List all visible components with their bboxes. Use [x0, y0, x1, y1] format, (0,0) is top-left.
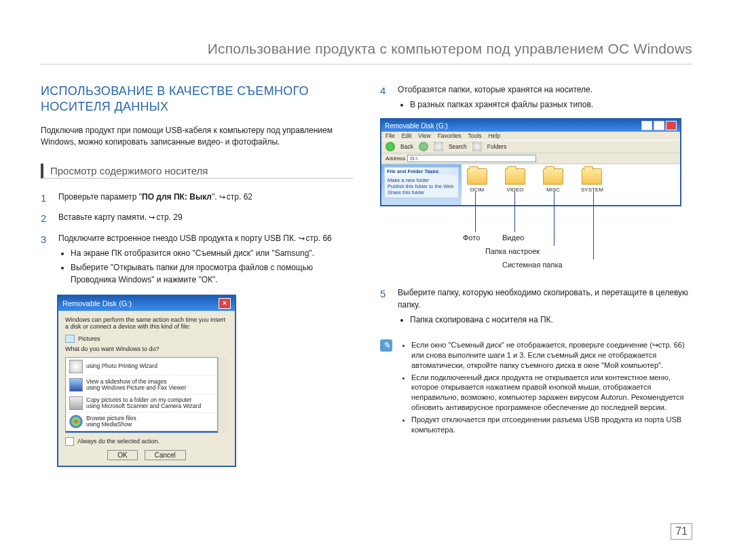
dialog-intro: Windows can perform the same action each… — [65, 316, 228, 331]
search-icon[interactable] — [434, 142, 443, 151]
folder-misc[interactable]: MISC — [543, 168, 563, 201]
task-link[interactable]: Publish this folder to the Web — [388, 183, 455, 189]
list-item-selected[interactable]: Open folder to view filesusing Windows E… — [66, 431, 217, 433]
action-list[interactable]: using Photo Printing Wizard View a slide… — [65, 357, 218, 433]
toolbar: Back Search Folders — [381, 140, 680, 153]
note-icon: ✎ — [380, 339, 392, 352]
explorer-window: Removable Disk (G:) File Edit View Favor… — [380, 118, 681, 206]
cancel-button[interactable]: Cancel — [145, 450, 186, 460]
step-4: 4 Отобразятся папки, которые хранятся на… — [380, 83, 692, 113]
menu-file[interactable]: File — [386, 132, 395, 139]
list-item-sub: using Windows Picture and Fax Viewer — [86, 385, 186, 391]
callout-system: Системная папка — [502, 261, 563, 269]
page-ref: стр. 62 — [219, 192, 252, 202]
list-item-sub: using Microsoft Scanner and Camera Wizar… — [86, 403, 201, 409]
menu-favorites[interactable]: Favorites — [438, 132, 462, 139]
step-5: 5 Выберите папку, которую необходимо ско… — [380, 286, 692, 328]
back-icon[interactable] — [386, 142, 395, 151]
step-2: 2 Вставьте карту памяти. стр. 29 — [41, 211, 353, 227]
callouts: Фото Видео Папка настроек Системная папк… — [380, 212, 679, 286]
step-3: 3 Подключите встроенное гнездо USB проду… — [41, 232, 353, 288]
note-item: Если окно "Съемный диск" не отображается… — [411, 340, 692, 371]
media-icon — [69, 415, 83, 428]
menu-view[interactable]: View — [418, 132, 430, 139]
menu-tools[interactable]: Tools — [468, 132, 482, 139]
pictures-label: Pictures — [78, 335, 100, 342]
note-item: Продукт отключается при отсоединении раз… — [411, 415, 692, 435]
back-label[interactable]: Back — [400, 143, 413, 150]
scanner-icon — [69, 396, 83, 410]
section-title: ИСПОЛЬЗОВАНИЕ В КАЧЕСТВЕ СЪЕМНОГО НОСИТЕ… — [41, 83, 353, 115]
window-title: Removable Disk (G:) — [385, 122, 448, 130]
folder-label: VIDEO — [507, 187, 524, 193]
maximize-icon[interactable] — [654, 121, 664, 130]
note-item: Если подключенный диск продукта не откры… — [411, 373, 692, 413]
chapter-title: Использование продукта с компьютером под… — [41, 41, 692, 64]
intro-paragraph: Подключив продукт при помощи USB-кабеля … — [41, 125, 353, 149]
folder-icon — [582, 168, 602, 185]
folder-label: SYSTEM — [581, 187, 603, 193]
step-1: 1 Проверьте параметр "ПО для ПК: Выкл". … — [41, 191, 353, 206]
step-text: Отобразятся папки, которые хранятся на н… — [398, 85, 593, 94]
scrollbar[interactable] — [218, 357, 228, 433]
tasks-pane: File and Folder Tasks Make a new folder … — [381, 164, 462, 205]
list-item-sub: using Photo Printing Wizard — [86, 363, 157, 369]
always-checkbox[interactable] — [65, 437, 74, 446]
list-item[interactable]: View a slideshow of the imagesusing Wind… — [66, 376, 217, 394]
folder-label: MISC — [546, 187, 560, 193]
task-link[interactable]: Share this folder — [388, 189, 455, 195]
step-text-bold: ПО для ПК: Выкл — [142, 192, 212, 202]
folders-label[interactable]: Folders — [487, 143, 506, 150]
page-ref: стр. 29 — [149, 212, 182, 222]
address-label: Address — [386, 155, 405, 162]
minimize-icon[interactable] — [641, 121, 652, 130]
menu-edit[interactable]: Edit — [402, 132, 412, 139]
note-box: ✎ Если окно "Съемный диск" не отображает… — [380, 337, 692, 437]
step-bullet: На экране ПК отобразится окно "Съемный д… — [71, 247, 353, 259]
close-icon[interactable]: × — [219, 298, 231, 309]
page-number: 71 — [671, 523, 692, 540]
address-field[interactable]: G:\ — [407, 155, 536, 162]
step-number: 4 — [380, 83, 390, 113]
always-label: Always do the selected action. — [77, 438, 159, 445]
folder-icon — [505, 168, 525, 185]
list-item[interactable]: Copy pictures to a folder on my computer… — [66, 394, 217, 413]
callout-photo: Фото — [463, 234, 480, 242]
removable-disk-dialog: Removable Disk (G:) × Windows can perfor… — [57, 295, 236, 467]
step-text: Подключите встроенное гнездо USB продукт… — [58, 234, 299, 243]
menu-bar[interactable]: File Edit View Favorites Tools Help — [381, 132, 680, 140]
list-item[interactable]: using Photo Printing Wizard — [66, 358, 217, 376]
folder-video[interactable]: VIDEO — [505, 168, 525, 201]
step-number: 1 — [41, 191, 50, 206]
task-link[interactable]: Make a new folder — [388, 177, 455, 183]
list-item[interactable]: Browse picture filesusing MediaShow — [66, 413, 217, 431]
callout-video: Видео — [502, 234, 524, 242]
folders-icon[interactable] — [472, 142, 482, 151]
tasks-title: File and Folder Tasks — [385, 168, 458, 175]
ok-button[interactable]: OK — [107, 450, 137, 460]
subheading: Просмотр содержимого носителя — [41, 164, 353, 179]
folder-system[interactable]: SYSTEM — [581, 168, 603, 201]
forward-icon[interactable] — [419, 142, 428, 151]
step-bullet: Выберите "Открывать папки для просмотра … — [71, 261, 353, 286]
step-text: Выберите папку, которую необходимо скопи… — [398, 288, 688, 310]
dialog-title: Removable Disk (G:) — [62, 299, 132, 307]
step-number: 3 — [41, 232, 50, 288]
folder-icon — [467, 168, 487, 185]
step-bullet: Папка скопирована с носителя на ПК. — [410, 314, 692, 326]
slideshow-icon — [69, 378, 83, 392]
menu-help[interactable]: Help — [488, 132, 500, 139]
step-text: Проверьте параметр " — [58, 192, 142, 202]
folder-dcim[interactable]: DCIM — [467, 168, 487, 201]
page-ref: стр. 66 — [299, 234, 332, 243]
search-label[interactable]: Search — [449, 143, 467, 150]
files-pane[interactable]: DCIM VIDEO MISC SYSTEM — [462, 164, 680, 205]
printer-icon — [69, 360, 83, 373]
pictures-icon — [65, 335, 75, 343]
step-text: ". — [212, 192, 219, 202]
folder-icon — [543, 168, 563, 185]
step-text: Вставьте карту памяти. — [58, 212, 149, 222]
step-number: 2 — [41, 211, 50, 227]
close-icon[interactable] — [666, 121, 677, 130]
folder-label: DCIM — [470, 187, 484, 193]
